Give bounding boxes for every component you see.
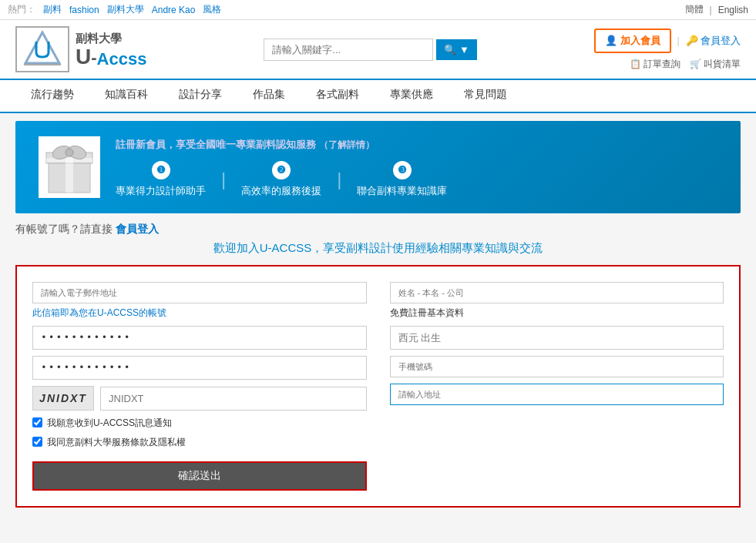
top-bar: 熱門： 副料 fashion 副料大學 Andre Kao 風格 簡體 | En… bbox=[0, 0, 756, 20]
logo-accss-text: Accss bbox=[97, 51, 147, 68]
nav-link-0[interactable]: 副料 bbox=[43, 3, 62, 16]
gift-graphic bbox=[39, 136, 100, 198]
captcha-row: JNIDXT bbox=[32, 386, 367, 411]
nav-link-4[interactable]: 風格 bbox=[203, 3, 221, 16]
birthdate-input[interactable] bbox=[390, 326, 724, 350]
lang-sep: | bbox=[710, 5, 712, 15]
checkbox-agree-label[interactable]: 我同意副料大學服務條款及隱私權 bbox=[32, 436, 367, 449]
svg-marker-0 bbox=[25, 32, 59, 63]
captcha-image: JNIDXT bbox=[32, 386, 94, 411]
banner-steps: ❶ 專業得力設計師助手 | ❷ 高效率的服務後援 | ❸ 聯合副料專業知識庫 bbox=[116, 161, 717, 198]
nav-item-1[interactable]: 知識百科 bbox=[89, 80, 163, 112]
checkbox-notify-text: 我願意收到U-ACCSS訊息通知 bbox=[47, 417, 172, 430]
key-icon: 🔑 bbox=[686, 35, 698, 46]
registration-form: 此信箱即為您在U-ACCSS的帳號 JNIDXT 我願意收到U-ACCSS訊息通… bbox=[15, 265, 741, 508]
cart-icon: 🛒 bbox=[690, 59, 701, 69]
logo-svg bbox=[19, 29, 66, 69]
checkbox-agree[interactable] bbox=[32, 437, 42, 447]
name-input[interactable] bbox=[390, 282, 724, 303]
member-login-link[interactable]: 會員登入 bbox=[116, 223, 159, 235]
banner-title-link: （了解詳情） bbox=[319, 139, 375, 150]
header: 副料大學 U - Accss 🔍 ▼ 👤 加入會員 | 🔑 會員登入 bbox=[0, 20, 756, 80]
checkbox-agree-text: 我同意副料大學服務條款及隱私權 bbox=[47, 436, 186, 449]
logo-area: 副料大學 U - Accss bbox=[15, 26, 146, 72]
gift-svg bbox=[42, 139, 96, 196]
svg-point-9 bbox=[66, 149, 73, 156]
step-2-num: ❷ bbox=[272, 161, 291, 179]
lang-simple-link[interactable]: 簡體 bbox=[685, 3, 704, 16]
shopping-cart-link[interactable]: 🛒 叫貨清單 bbox=[690, 58, 741, 71]
logo-text-area: 副料大學 U - Accss bbox=[76, 32, 146, 68]
email-hint: 此信箱即為您在U-ACCSS的帳號 bbox=[32, 307, 367, 320]
checkbox-notify-label[interactable]: 我願意收到U-ACCSS訊息通知 bbox=[32, 417, 367, 430]
welcome-text: 有帳號了嗎？請直接 bbox=[15, 223, 113, 235]
hot-label: 熱門： bbox=[8, 3, 35, 16]
banner-title-text: 註冊新會員，享受全國唯一專業副料認知服務 bbox=[116, 139, 316, 150]
join-label: 加入會員 bbox=[620, 34, 660, 48]
captcha-text: JNIDXT bbox=[39, 392, 87, 404]
step-divider-2: | bbox=[337, 161, 341, 198]
search-icon: 🔍 bbox=[444, 44, 456, 55]
header-right-bottom: 📋 訂單查詢 🛒 叫貨清單 bbox=[630, 58, 741, 71]
email-input[interactable] bbox=[32, 282, 367, 303]
person-icon: 👤 bbox=[605, 35, 617, 46]
checkbox-notify[interactable] bbox=[32, 417, 42, 427]
banner-step-3: ❸ 聯合副料專業知識庫 bbox=[357, 161, 447, 198]
lang-area: 簡體 | English bbox=[685, 3, 748, 16]
nav-link-3[interactable]: Andre Kao bbox=[152, 5, 196, 15]
order-check-link[interactable]: 📋 訂單查詢 bbox=[630, 58, 680, 71]
captcha-input[interactable] bbox=[100, 387, 367, 411]
step-1-label: 專業得力設計師助手 bbox=[116, 184, 206, 198]
order-check-label: 訂單查詢 bbox=[643, 58, 680, 71]
step-3-label: 聯合副料專業知識庫 bbox=[357, 184, 447, 198]
confirm-password-input[interactable] bbox=[32, 356, 367, 380]
logo-name-row: 副料大學 bbox=[76, 32, 122, 46]
banner-step-1: ❶ 專業得力設計師助手 bbox=[116, 161, 206, 198]
step-divider-1: | bbox=[221, 161, 226, 198]
header-right: 👤 加入會員 | 🔑 會員登入 📋 訂單查詢 🛒 叫貨清單 bbox=[594, 28, 741, 71]
nav-item-0[interactable]: 流行趨勢 bbox=[15, 80, 89, 112]
nav-bar: 流行趨勢 知識百科 設計分享 作品集 各式副料 專業供應 常見問題 bbox=[0, 80, 756, 113]
header-right-top: 👤 加入會員 | 🔑 會員登入 bbox=[594, 28, 741, 53]
step-3-num: ❸ bbox=[393, 161, 412, 179]
nav-link-1[interactable]: fashion bbox=[69, 5, 99, 15]
step-1-num: ❶ bbox=[152, 161, 170, 179]
logo-icon-box bbox=[15, 26, 69, 72]
nav-item-3[interactable]: 作品集 bbox=[237, 80, 301, 112]
welcome-line: 有帳號了嗎？請直接 會員登入 bbox=[15, 223, 741, 236]
main-content: 歡迎加入U-ACCSS，享受副料設計使用經驗相關專業知識與交流 此信箱即為您在U… bbox=[15, 241, 741, 508]
search-area: 🔍 ▼ bbox=[264, 39, 476, 61]
form-left-col: 此信箱即為您在U-ACCSS的帳號 JNIDXT 我願意收到U-ACCSS訊息通… bbox=[32, 282, 367, 491]
login-label: 會員登入 bbox=[701, 34, 741, 48]
nav-item-2[interactable]: 設計分享 bbox=[163, 80, 237, 112]
nav-item-6[interactable]: 常見問題 bbox=[449, 80, 522, 112]
join-member-button[interactable]: 👤 加入會員 bbox=[594, 28, 671, 53]
banner-content: 註冊新會員，享受全國唯一專業副料認知服務 （了解詳情） ❶ 專業得力設計師助手 … bbox=[116, 137, 717, 198]
promo-banner: 註冊新會員，享受全國唯一專業副料認知服務 （了解詳情） ❶ 專業得力設計師助手 … bbox=[15, 121, 741, 213]
nav-item-5[interactable]: 專業供應 bbox=[375, 80, 449, 112]
form-title: 歡迎加入U-ACCSS，享受副料設計使用經驗相關專業知識與交流 bbox=[15, 241, 741, 256]
svg-rect-6 bbox=[46, 158, 92, 163]
nav-link-2[interactable]: 副料大學 bbox=[107, 3, 144, 16]
phone-input[interactable] bbox=[390, 356, 724, 377]
step-2-label: 高效率的服務後援 bbox=[241, 184, 321, 198]
login-link[interactable]: 🔑 會員登入 bbox=[686, 34, 741, 48]
logo-cn-text: 副料大學 bbox=[76, 32, 122, 46]
password-input[interactable] bbox=[32, 326, 367, 350]
search-button[interactable]: 🔍 ▼ bbox=[436, 39, 476, 60]
banner-title: 註冊新會員，享受全國唯一專業副料認知服務 （了解詳情） bbox=[116, 137, 717, 152]
cart-label: 叫貨清單 bbox=[704, 58, 741, 71]
submit-button[interactable]: 確認送出 bbox=[32, 461, 367, 491]
form-right-col: 免費註冊基本資料 bbox=[390, 282, 724, 491]
nav-item-4[interactable]: 各式副料 bbox=[301, 80, 375, 112]
top-bar-nav: 熱門： 副料 fashion 副料大學 Andre Kao 風格 bbox=[8, 3, 221, 16]
lang-english-link[interactable]: English bbox=[718, 5, 748, 15]
logo-uaccss: U - Accss bbox=[76, 46, 146, 68]
search-input[interactable] bbox=[264, 39, 433, 61]
address-input[interactable] bbox=[390, 384, 724, 405]
order-icon: 📋 bbox=[630, 59, 641, 69]
logo-u-letter: U bbox=[76, 46, 91, 68]
free-register-label: 免費註冊基本資料 bbox=[390, 307, 724, 320]
banner-step-2: ❷ 高效率的服務後援 bbox=[241, 161, 321, 198]
